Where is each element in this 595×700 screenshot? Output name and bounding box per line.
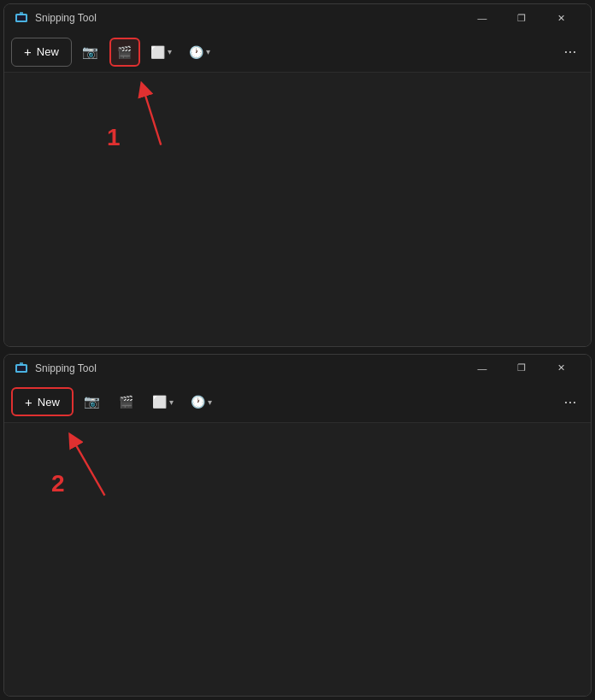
chevron-down-icon-2: ▾: [208, 397, 212, 407]
more-button-2[interactable]: ···: [557, 387, 584, 416]
title-bar-2: Snipping Tool — ❐ ✕: [4, 355, 591, 382]
clock-dropdown-2[interactable]: 🕐 ▾: [184, 387, 219, 416]
video-button-1[interactable]: 🎬: [109, 38, 140, 67]
svg-rect-7: [20, 362, 23, 365]
maximize-btn-2[interactable]: ❐: [502, 355, 541, 382]
plus-icon-1: +: [24, 44, 32, 59]
svg-rect-6: [17, 366, 26, 371]
close-btn-2[interactable]: ✕: [541, 355, 580, 382]
title-bar-1: Snipping Tool — ❐ ✕: [4, 4, 591, 32]
video-button-2[interactable]: 🎬: [111, 387, 142, 416]
chevron-down-icon-1: ▾: [206, 47, 210, 56]
new-button-1[interactable]: + New: [11, 38, 72, 67]
window-1: Snipping Tool — ❐ ✕ + New 📷 🎬 ⬜ ▾ 🕐 ▾ ··…: [3, 3, 592, 347]
screen-dropdown-2[interactable]: ⬜ ▾: [145, 387, 180, 416]
content-area-2: 2: [4, 423, 591, 697]
screen-icon-2: ⬜: [152, 395, 167, 409]
clock-dropdown-1[interactable]: 🕐 ▾: [182, 38, 217, 67]
app-title-2: Snipping Tool: [35, 362, 456, 374]
close-btn-1[interactable]: ✕: [541, 4, 580, 32]
main-content-1: [4, 73, 591, 346]
window-controls-2: — ❐ ✕: [462, 355, 580, 382]
video-icon-2: 🎬: [119, 395, 133, 409]
window-2: Snipping Tool — ❐ ✕ + New 📷 🎬 ⬜ ▾ 🕐 ▾ ··…: [3, 354, 592, 697]
toolbar-1: + New 📷 🎬 ⬜ ▾ 🕐 ▾ ···: [4, 32, 591, 73]
toolbar-2: + New 📷 🎬 ⬜ ▾ 🕐 ▾ ···: [4, 382, 591, 423]
clock-icon-1: 🕐: [189, 45, 203, 59]
svg-rect-2: [20, 12, 23, 15]
new-label-2: New: [38, 396, 60, 409]
screen-icon-1: ⬜: [150, 45, 165, 59]
minimize-btn-1[interactable]: —: [462, 4, 502, 32]
annotation-number-1: 1: [107, 124, 121, 151]
camera-button-1[interactable]: 📷: [75, 38, 106, 67]
screen-dropdown-1[interactable]: ⬜ ▾: [144, 38, 179, 67]
app-icon-1: [15, 11, 28, 25]
more-button-1[interactable]: ···: [557, 38, 584, 67]
chevron-icon-1: ▾: [168, 47, 172, 56]
new-button-2[interactable]: + New: [11, 387, 74, 416]
camera-icon-2: 📷: [84, 394, 100, 409]
app-title-1: Snipping Tool: [35, 12, 456, 24]
plus-icon-2: +: [25, 395, 32, 409]
content-area-1: 1: [4, 73, 591, 346]
camera-button-2[interactable]: 📷: [77, 387, 108, 416]
minimize-btn-2[interactable]: —: [462, 355, 502, 382]
annotation-number-2: 2: [51, 470, 65, 497]
svg-rect-1: [17, 15, 26, 21]
video-icon-1: 🎬: [117, 45, 132, 59]
app-icon-2: [15, 362, 28, 375]
window-controls-1: — ❐ ✕: [462, 4, 580, 32]
maximize-btn-1[interactable]: ❐: [502, 4, 541, 32]
new-label-1: New: [37, 45, 59, 58]
chevron-icon-2: ▾: [169, 397, 174, 407]
camera-icon-1: 📷: [82, 44, 98, 60]
clock-icon-2: 🕐: [191, 395, 205, 409]
main-content-2: [4, 423, 591, 697]
